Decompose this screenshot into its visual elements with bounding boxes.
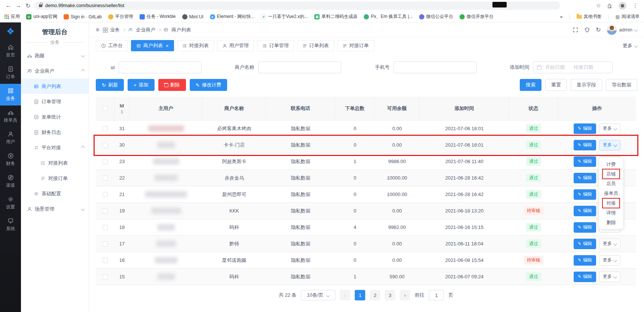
row-checkbox[interactable]	[103, 126, 108, 131]
sidebar-item-connect-orders[interactable]: 对接订单	[21, 171, 89, 186]
sidebar-item-finance-log[interactable]: 财务日志	[21, 125, 89, 140]
row-checkbox[interactable]	[103, 143, 108, 148]
sidebar-item-merchant-list[interactable]: 商户列表	[21, 79, 89, 94]
sort-icons[interactable]	[120, 110, 123, 114]
breadcrumb-business[interactable]: 业务	[110, 27, 120, 33]
sidebar-item-enterprise-merchant[interactable]: 企业商户	[21, 63, 89, 79]
tab-connect-list[interactable]: 对接列表	[177, 40, 214, 51]
export-button[interactable]: 导出数据	[606, 79, 637, 91]
page-button-2[interactable]: 2	[370, 290, 380, 300]
rail-item-finance[interactable]: 财务	[0, 149, 21, 171]
edit-billing-button[interactable]: ✎修改计费	[190, 79, 228, 91]
edit-button[interactable]: ✎编辑	[574, 255, 596, 266]
url-text[interactable]: demo.99make.com/business/seller/list	[45, 3, 124, 8]
edit-button[interactable]: ✎编辑	[574, 206, 596, 216]
edit-button[interactable]: ✎编辑	[574, 123, 596, 134]
reading-list[interactable]: ▤阅读清单	[616, 13, 640, 20]
sidebar-item-base-config[interactable]: 基础配置	[21, 186, 89, 201]
bookmarks-overflow-icon[interactable]: »	[560, 14, 563, 19]
bookmark-item[interactable]: eElement - 网站快...	[210, 13, 255, 20]
edit-button[interactable]: ✎编辑	[574, 222, 596, 233]
tab-connect-orders[interactable]: 对接订单	[337, 40, 374, 51]
page-size-select[interactable]: 10条/页	[301, 290, 335, 300]
app-logo[interactable]: ❖	[0, 22, 21, 40]
tab-workbench[interactable]: 工作台	[96, 40, 128, 51]
dropdown-item-billing[interactable]: 计费	[599, 159, 623, 169]
user-menu[interactable]: admin	[607, 25, 637, 35]
forward-icon[interactable]: →	[13, 2, 23, 9]
more-button[interactable]: 更多	[599, 123, 620, 134]
search-button[interactable]: 搜索	[520, 79, 541, 91]
close-icon[interactable]: ×	[166, 43, 169, 49]
bookmark-item[interactable]: 任务 - Worktile	[140, 13, 176, 20]
bookmark-item[interactable]: Uuni-app官网	[26, 13, 57, 20]
rail-item-home[interactable]: 首页	[0, 40, 21, 62]
other-bookmarks[interactable]: 其他书签	[577, 13, 602, 20]
bookmark-item[interactable]: ▦草料二维码生成器	[314, 13, 357, 20]
select-all-checkbox[interactable]	[103, 106, 108, 111]
row-checkbox[interactable]	[103, 192, 108, 197]
row-checkbox[interactable]	[103, 175, 108, 181]
rail-item-settings[interactable]: 设置	[0, 192, 21, 214]
page-button-3[interactable]: 3	[385, 290, 395, 300]
more-button[interactable]: 更多	[599, 255, 620, 266]
breadcrumb-merchant-list[interactable]: 商户列表	[171, 27, 191, 33]
edit-button[interactable]: ✎编辑	[574, 189, 596, 200]
bookmark-star-icon[interactable]: ☆	[596, 2, 601, 9]
sidebar-item-dispatch-stats[interactable]: 发单统计	[21, 109, 89, 125]
end-date-placeholder[interactable]: 结束日期	[574, 64, 593, 71]
dropdown-item-details[interactable]: 详情	[599, 208, 623, 218]
tab-user-management[interactable]: 用户管理	[217, 40, 254, 51]
bookmark-item[interactable]: 微信公众平台	[419, 13, 453, 20]
reset-button[interactable]: 重置	[545, 79, 567, 91]
bookmark-item[interactable]: Sign in · GitLab	[64, 14, 102, 19]
theme-icon[interactable]	[584, 27, 590, 33]
bookmark-apps[interactable]: 应用	[4, 13, 20, 20]
delete-button[interactable]: 删除	[158, 79, 186, 91]
dropdown-item-courier[interactable]: 接单员	[599, 189, 623, 198]
rail-item-orders[interactable]: 订单	[0, 62, 21, 84]
sidebar-item-order-management[interactable]: 订单管理	[21, 94, 89, 109]
add-button[interactable]: +添加	[128, 79, 155, 91]
phone-input[interactable]	[394, 61, 477, 73]
sidebar-item-scene-management[interactable]: 场景管理	[21, 201, 89, 217]
tabs-more-button[interactable]: 更多	[623, 42, 637, 49]
rail-item-couriers[interactable]: 接单员	[0, 105, 21, 127]
tab-order-list[interactable]: 订单列表	[297, 40, 334, 51]
row-checkbox[interactable]	[103, 208, 108, 214]
sidebar-item-paotui[interactable]: 跑腿	[21, 48, 89, 63]
edit-button[interactable]: ✎编辑	[574, 173, 596, 183]
breadcrumb-enterprise-merchant[interactable]: 企业商户	[136, 27, 155, 33]
browser-menu-icon[interactable]: ⋮	[632, 2, 638, 9]
id-input[interactable]	[119, 61, 202, 73]
start-date-placeholder[interactable]: 开始日期	[545, 64, 565, 71]
edit-button[interactable]: ✎编辑	[574, 239, 596, 249]
bookmark-item[interactable]: Px、Em 换算工具 |...	[364, 13, 413, 20]
reload-icon[interactable]: ↻	[23, 2, 33, 9]
sidebar-item-connect-list[interactable]: 对接列表	[21, 155, 89, 171]
row-checkbox[interactable]	[103, 241, 108, 247]
next-page-button[interactable]: ›	[400, 290, 410, 300]
prev-page-button[interactable]: ‹	[340, 290, 350, 300]
rail-item-business[interactable]: 业务	[0, 84, 21, 105]
row-checkbox[interactable]	[103, 274, 108, 279]
more-button[interactable]: 更多	[599, 239, 620, 249]
bookmark-item[interactable]: V一只基于Vue2.x的...	[261, 13, 308, 20]
refresh-button[interactable]: ↻刷新	[96, 79, 124, 91]
more-button[interactable]: 更多	[599, 272, 620, 282]
show-fields-button[interactable]: 显示字段	[571, 79, 602, 91]
dropdown-item-delete[interactable]: 删除	[599, 218, 623, 227]
page-button-1[interactable]: 1	[355, 290, 365, 300]
edit-button[interactable]: ✎编辑	[574, 272, 596, 282]
dropdown-item-shop[interactable]: 店铺	[599, 169, 623, 179]
dropdown-item-connect[interactable]: 对接	[599, 198, 623, 208]
refresh-icon[interactable]: ↻	[596, 26, 601, 33]
rail-item-channels[interactable]: 渠道	[0, 171, 21, 192]
fullscreen-icon[interactable]	[573, 27, 579, 33]
rail-item-users[interactable]: 用户	[0, 127, 21, 149]
address-bar[interactable]: demo.99make.com/business/seller/list	[34, 1, 560, 10]
row-checkbox[interactable]	[103, 225, 108, 230]
bookmark-item[interactable]: Mint UI	[182, 14, 204, 19]
tab-merchant-list[interactable]: 商户列表×	[131, 40, 174, 51]
extensions-icon[interactable]	[607, 3, 613, 9]
